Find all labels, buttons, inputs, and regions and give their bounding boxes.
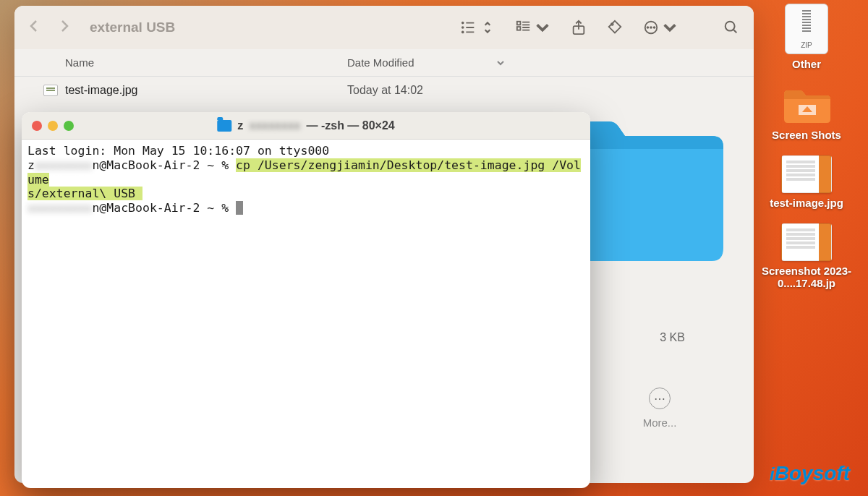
- minimize-button[interactable]: [48, 121, 58, 131]
- view-list-icon[interactable]: [461, 20, 495, 35]
- folder-size: 3 KB: [587, 331, 732, 344]
- back-button[interactable]: [29, 18, 39, 37]
- terminal-command-highlight-2: s/external\ USB: [27, 187, 142, 200]
- desktop-item-other[interactable]: ZIP Other: [785, 4, 828, 70]
- share-icon[interactable]: [571, 20, 587, 35]
- image-file-icon: [43, 85, 58, 96]
- desktop-item-screenshot-file[interactable]: Screenshot 2023-0....17.48.jp: [756, 223, 857, 289]
- terminal-prompt-2: xxxxxxxxxn@MacBook-Air-2 ~ %: [27, 201, 236, 215]
- blurred-text: xxxxxxxx: [249, 119, 300, 132]
- terminal-title: zxxxxxxxx — -zsh — 80×24: [217, 119, 394, 132]
- search-icon[interactable]: [723, 20, 739, 35]
- svg-point-18: [726, 22, 735, 31]
- nav-arrows: [29, 18, 69, 37]
- finder-toolbar: external USB: [14, 6, 754, 49]
- terminal-window: zxxxxxxxx — -zsh — 80×24 Last login: Mon…: [22, 112, 590, 488]
- terminal-cursor: [236, 201, 243, 215]
- image-thumbnail-icon: [781, 223, 832, 261]
- desktop-item-label: Screenshot 2023-0....17.48.jp: [756, 265, 857, 289]
- more-label: More...: [587, 416, 732, 429]
- folder-icon: [780, 85, 833, 125]
- close-button[interactable]: [32, 121, 42, 131]
- svg-rect-6: [517, 22, 521, 25]
- file-date: Today at 14:02: [347, 84, 514, 97]
- file-name: test-image.jpg: [65, 84, 138, 97]
- column-name[interactable]: Name: [29, 56, 347, 69]
- traffic-lights: [32, 121, 74, 131]
- terminal-title-user: z: [237, 119, 243, 132]
- terminal-content[interactable]: Last login: Mon May 15 10:16:07 on ttys0…: [22, 140, 590, 220]
- svg-point-17: [654, 27, 655, 28]
- terminal-prompt-1: zxxxxxxxxn@MacBook-Air-2 ~ %: [27, 158, 236, 172]
- finder-title: external USB: [90, 20, 175, 35]
- desktop-item-label: Screen Shots: [772, 129, 841, 141]
- terminal-title-suffix: — -zsh — 80×24: [306, 119, 394, 132]
- terminal-last-login: Last login: Mon May 15 10:16:07 on ttys0…: [27, 144, 329, 158]
- desktop-item-test-image[interactable]: test-image.jpg: [770, 155, 843, 209]
- svg-rect-7: [517, 27, 521, 30]
- desktop-item-screenshots[interactable]: Screen Shots: [772, 85, 841, 141]
- more-button[interactable]: ⋯: [649, 388, 671, 409]
- file-name-cell: test-image.jpg: [29, 84, 347, 97]
- image-thumbnail-icon: [781, 155, 832, 193]
- desktop-icons: ZIP Other Screen Shots test-image.jpg Sc…: [756, 4, 857, 289]
- svg-point-4: [462, 27, 464, 28]
- svg-point-3: [462, 22, 464, 24]
- forward-button[interactable]: [59, 18, 69, 37]
- svg-point-5: [462, 32, 464, 33]
- watermark: iBoysoft: [770, 462, 850, 485]
- group-icon[interactable]: [516, 20, 550, 35]
- column-date-label: Date Modified: [347, 56, 414, 69]
- blurred-text: xxxxxxxx: [35, 158, 92, 172]
- zip-archive-icon: ZIP: [785, 4, 828, 54]
- fullscreen-button[interactable]: [64, 121, 74, 131]
- tag-icon[interactable]: [607, 20, 623, 35]
- folder-info: 3 KB ⋯ More...: [587, 331, 732, 429]
- desktop-item-label: Other: [792, 58, 821, 70]
- column-date-modified[interactable]: Date Modified: [347, 56, 514, 69]
- column-headers: Name Date Modified: [14, 49, 754, 77]
- svg-point-15: [647, 27, 649, 28]
- blurred-text: xxxxxxxxx: [27, 201, 92, 215]
- svg-point-16: [650, 27, 652, 28]
- terminal-titlebar: zxxxxxxxx — -zsh — 80×24: [22, 112, 590, 140]
- home-folder-icon: [217, 120, 231, 132]
- svg-line-19: [733, 30, 737, 33]
- toolbar-actions: [461, 20, 739, 35]
- action-menu-icon[interactable]: [643, 20, 678, 35]
- desktop-item-label: test-image.jpg: [770, 197, 843, 209]
